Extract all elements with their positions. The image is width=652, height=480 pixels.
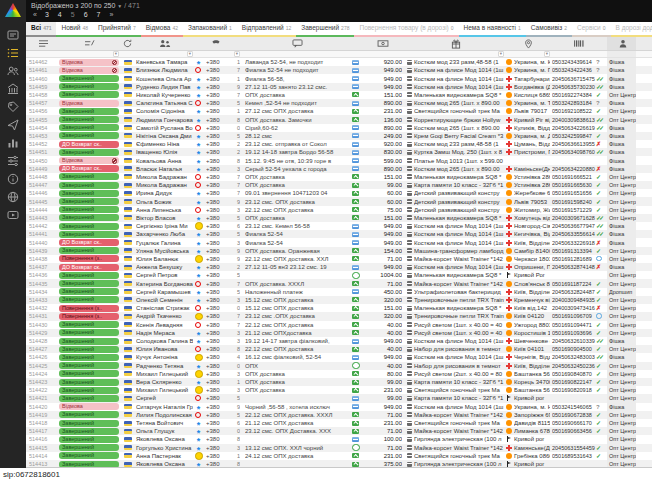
tracking-number[interactable]: 0501690672838 (552, 411, 596, 419)
client-phone[interactable]: +380 (206, 124, 225, 132)
col-header-tracking[interactable] (552, 39, 605, 48)
client-phone[interactable]: +380 (206, 296, 225, 304)
client-phone[interactable]: +380 (206, 140, 225, 148)
table-row[interactable]: 514461 Відмова Близнюк Людмила +380 7 Фи… (26, 66, 652, 74)
client-phone[interactable]: +380 (206, 288, 225, 296)
tracking-number[interactable]: 20450632483003 (552, 353, 596, 361)
client-phone[interactable]: +380 (206, 337, 225, 345)
client-phone[interactable]: +380 (206, 271, 225, 279)
table-row[interactable]: 514426 Завершений Кучук Антоніна +380 4 … (26, 353, 652, 361)
tracking-number[interactable]: 0501690663456 (552, 427, 596, 435)
company-icon[interactable] (7, 83, 19, 95)
tracking-number[interactable]: 0501691093696 (552, 329, 596, 337)
client-phone[interactable]: +380 (206, 255, 225, 263)
tracking-number[interactable]: 20450635730230 (552, 83, 596, 91)
tracking-number[interactable]: 20450634226619 (552, 124, 596, 132)
count-filter-dropdown[interactable]: ▾ (234, 51, 240, 57)
tracking-number[interactable]: 20450634220880 (552, 165, 596, 173)
client-phone[interactable]: +380 (206, 427, 225, 435)
client-phone[interactable]: +380 (206, 116, 225, 124)
client-phone[interactable]: +380 (206, 370, 225, 378)
tracking-number[interactable]: 0503242599847 (552, 132, 596, 140)
client-filter-dropdown[interactable]: ▾ (187, 51, 193, 57)
tracking-number[interactable]: 20450632610339 (552, 337, 596, 345)
tracking-number[interactable]: 0503243439614 (552, 58, 596, 66)
contacts-icon[interactable] (7, 65, 19, 77)
tracking-number[interactable]: 0501690904500 (552, 345, 596, 353)
status-filter-dropdown[interactable]: ▾ (113, 51, 119, 57)
tracking-number[interactable]: 20450634098760 (552, 148, 596, 156)
client-phone[interactable]: +380 (206, 321, 225, 329)
client-phone[interactable]: +380 (206, 230, 225, 238)
table-row[interactable]: 514424 Завершений Михаил Гилецький +380 … (26, 370, 652, 378)
client-phone[interactable]: +380 (206, 263, 225, 271)
client-phone[interactable]: +380 (206, 206, 225, 214)
table-row[interactable]: 514462 Відмова Каневська Тамара +380 1 Л… (26, 58, 652, 66)
table-row[interactable]: 514414 Завершений Анна Пастернак +380 1 … (26, 452, 652, 460)
client-phone[interactable]: +380 (206, 312, 225, 320)
status-tab[interactable]: Сервіси 0 (572, 22, 610, 37)
client-phone[interactable]: +380 (206, 329, 225, 337)
table-row[interactable]: 514435 Завершений Катерина Богданова +38… (26, 279, 652, 287)
col-header-delivery[interactable] (506, 39, 550, 49)
table-row[interactable]: 514425 Завершений Радченко Тетяна +380 0… (26, 362, 652, 370)
status-tab[interactable]: Прийнятий 7 (93, 22, 141, 37)
status-tab[interactable]: Нема в наявності 1 (459, 22, 526, 37)
client-phone[interactable]: +380 (206, 353, 225, 361)
client-phone[interactable]: +380 (206, 181, 225, 189)
client-phone[interactable]: +380 (206, 378, 225, 386)
table-row[interactable]: 514459 Завершений Руденко Лидия Пав +380… (26, 83, 652, 91)
client-phone[interactable]: +380 (206, 411, 225, 419)
status-tab[interactable]: Відправлений 12 (237, 22, 296, 37)
settings-icon[interactable] (7, 155, 19, 167)
table-row[interactable]: 514418 Завершений Тетяна Войтович +380 6… (26, 419, 652, 427)
table-row[interactable]: 514447 Завершений Микола Бадражан +380 7… (26, 181, 652, 189)
col-header-status[interactable] (59, 39, 119, 48)
table-row[interactable]: 514442 Завершений Сергієнко Іріна Ми +38… (26, 222, 652, 230)
table-row[interactable]: 514450 Відмова Ковальова Анна +380 8 15.… (26, 156, 652, 164)
status-tab[interactable]: Завершений 278 (296, 22, 354, 37)
table-row[interactable]: 514441 Завершений Захарченко Люба +380 5… (26, 230, 652, 238)
client-phone[interactable]: +380 (206, 107, 225, 115)
table-row[interactable]: 514456 Завершений Соломія Сідоніна +380 … (26, 107, 652, 115)
status-tab[interactable]: Запакований 1 (183, 22, 237, 37)
status-tab[interactable]: Відмова 42 (141, 22, 183, 37)
table-row[interactable]: 514457 Відмова Салєгина Татьяна С +380 5… (26, 99, 652, 107)
tracking-number[interactable]: 0501691571229 (552, 206, 596, 214)
tracking-number[interactable]: 0503242893184 (552, 99, 596, 107)
table-row[interactable]: 514449 ДО Возврат ск.. Власюк Наталья +3… (26, 165, 652, 173)
table-row[interactable]: 514428 Завершений Солодкова Галина В +38… (26, 337, 652, 345)
table-row[interactable]: 514454 Завершений Самотій Руслана Во +38… (26, 124, 652, 132)
tracking-number[interactable]: 0501692274384 (552, 91, 596, 99)
tracking-number[interactable]: 20400309484935 (552, 296, 596, 304)
client-phone[interactable]: +380 (206, 189, 225, 197)
table-row[interactable]: 514415 Завершений Горгулько Христина +38… (26, 444, 652, 452)
table-row[interactable]: 514429 Завершений Надія Мераса +380 3 21… (26, 329, 652, 337)
table-row[interactable]: 514438 Повернення (з.. Юлия Баланюк +380… (26, 255, 652, 263)
client-phone[interactable]: +380 (206, 345, 225, 353)
tracking-number[interactable]: 0501691281689 (552, 255, 596, 263)
tracking-number[interactable]: 0503241546065 (552, 403, 596, 411)
col-header-source[interactable] (607, 37, 636, 50)
col-header-comment[interactable] (245, 39, 350, 49)
tracking-number[interactable]: 20450632874148 (552, 263, 596, 271)
table-row[interactable]: 514420 Відмова Ситарчук Наталія Гр +380 … (26, 403, 652, 411)
table-row[interactable]: 514419 Завершений Лилия Подолинская +380… (26, 411, 652, 419)
tracking-number[interactable]: 0501691096709 (552, 312, 596, 320)
table-row[interactable]: 514455 Завершений Людмила Гончарова +380… (26, 115, 652, 123)
table-row[interactable]: 514452 ДО Возврат ск.. Єфименко Ніна +38… (26, 140, 652, 148)
tracking-number[interactable]: 0501690840870 (552, 370, 596, 378)
tracking-number[interactable]: 0501690822147 (552, 378, 596, 386)
page-number[interactable]: 6 (84, 11, 88, 18)
first-page-button[interactable]: « (33, 11, 36, 18)
client-phone[interactable]: +380 (206, 173, 225, 181)
client-phone[interactable]: +380 (206, 165, 225, 173)
page-number[interactable]: 4 (58, 11, 62, 18)
tracking-number[interactable]: 20450631554459 (552, 444, 596, 452)
status-tab[interactable]: Самовивіз 2 (526, 22, 572, 37)
tracking-number[interactable]: 20400309671628 (552, 214, 596, 222)
client-phone[interactable]: +380 (206, 83, 225, 91)
video-icon[interactable] (7, 209, 19, 221)
network-icon[interactable] (7, 191, 19, 203)
page-number[interactable]: 7 (97, 11, 101, 18)
